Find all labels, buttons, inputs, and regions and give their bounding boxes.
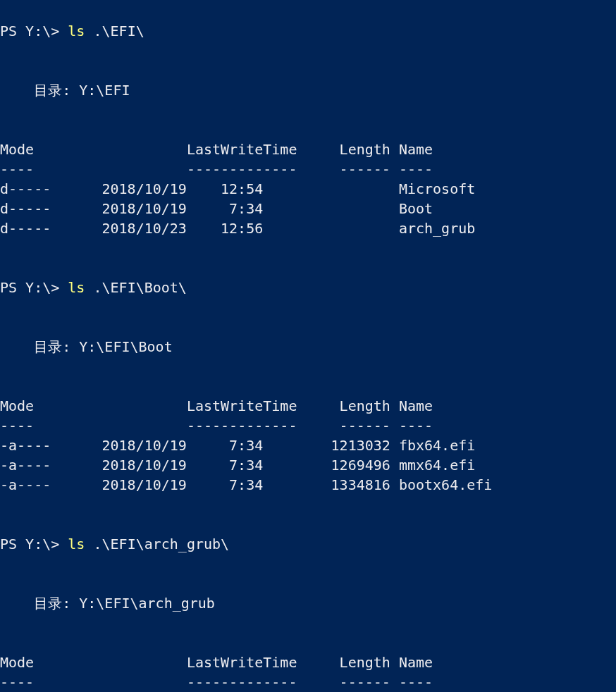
cell-date: 2018/10/19 <box>59 199 187 218</box>
directory-label: 目录: Y:\EFI\arch_grub <box>0 595 215 612</box>
rule-mode: ---- <box>0 672 59 692</box>
cell-name: arch_grub <box>399 218 475 238</box>
header-row: ModeLastWriteTimeLength Name <box>0 653 616 672</box>
header-length: Length <box>263 653 390 672</box>
prompt: PS Y:\> <box>0 279 68 296</box>
command-arg: .\EFI\arch_grub\ <box>85 536 229 552</box>
cell-date: 2018/10/19 <box>59 435 187 455</box>
rule-mode: ---- <box>0 159 59 179</box>
table-row: -a----2018/10/197:341334816 bootx64.efi <box>0 475 616 495</box>
rule-row: ----------------------- ---- <box>0 672 616 692</box>
header-lastwritetime: LastWriteTime <box>187 653 263 672</box>
command-arg: .\EFI\ <box>85 23 144 39</box>
cell-length: 1334816 <box>263 475 390 495</box>
rule-length: ------ <box>263 159 390 179</box>
cell-time: 7:34 <box>187 199 263 218</box>
cell-mode: d----- <box>0 179 59 199</box>
cell-time: 12:54 <box>187 179 263 199</box>
header-name: Name <box>399 140 433 159</box>
rule-row: ----------------------- ---- <box>0 416 616 435</box>
cell-length: 1269496 <box>263 455 390 475</box>
table-row: d-----2018/10/1912:54 Microsoft <box>0 179 616 199</box>
header-lastwritetime: LastWriteTime <box>187 396 263 416</box>
directory-line: 目录: Y:\EFI <box>0 80 616 100</box>
cell-name: Boot <box>399 199 433 218</box>
directory-line: 目录: Y:\EFI\Boot <box>0 337 616 357</box>
cell-time: 7:34 <box>187 435 263 455</box>
rule-name: ---- <box>399 416 433 435</box>
header-mode: Mode <box>0 653 59 672</box>
cell-length <box>263 179 390 199</box>
command-name: ls <box>68 536 85 552</box>
cell-mode: -a---- <box>0 475 59 495</box>
command-arg: .\EFI\Boot\ <box>85 279 187 296</box>
command-line: PS Y:\> ls .\EFI\ <box>0 21 616 41</box>
header-row: ModeLastWriteTimeLength Name <box>0 140 616 159</box>
header-length: Length <box>263 396 390 416</box>
cell-name: bootx64.efi <box>399 475 492 495</box>
cell-time: 7:34 <box>187 475 263 495</box>
rule-lastwritetime: ------------- <box>187 159 263 179</box>
table-row: -a----2018/10/197:341269496 mmx64.efi <box>0 455 616 475</box>
directory-label: 目录: Y:\EFI\Boot <box>0 338 173 355</box>
rule-mode: ---- <box>0 416 59 435</box>
rule-lastwritetime: ------------- <box>187 416 263 435</box>
header-row: ModeLastWriteTimeLength Name <box>0 396 616 416</box>
cell-date: 2018/10/19 <box>59 455 187 475</box>
cell-name: Microsoft <box>399 179 475 199</box>
command-line: PS Y:\> ls .\EFI\arch_grub\ <box>0 534 616 554</box>
header-name: Name <box>399 396 433 416</box>
rule-row: ----------------------- ---- <box>0 159 616 179</box>
cell-length <box>263 199 390 218</box>
cell-date: 2018/10/19 <box>59 179 187 199</box>
cell-mode: d----- <box>0 199 59 218</box>
command-name: ls <box>68 23 85 39</box>
command-line: PS Y:\> ls .\EFI\Boot\ <box>0 278 616 297</box>
header-name: Name <box>399 653 433 672</box>
cell-name: fbx64.efi <box>399 435 475 455</box>
directory-label: 目录: Y:\EFI <box>0 82 130 99</box>
header-length: Length <box>263 140 390 159</box>
cell-mode: -a---- <box>0 435 59 455</box>
prompt: PS Y:\> <box>0 23 68 39</box>
cell-length: 1213032 <box>263 435 390 455</box>
cell-length <box>263 218 390 238</box>
header-lastwritetime: LastWriteTime <box>187 140 263 159</box>
rule-length: ------ <box>263 672 390 692</box>
cell-date: 2018/10/19 <box>59 475 187 495</box>
table-row: -a----2018/10/197:341213032 fbx64.efi <box>0 435 616 455</box>
cell-time: 12:56 <box>187 218 263 238</box>
cell-date: 2018/10/23 <box>59 218 187 238</box>
prompt: PS Y:\> <box>0 536 68 552</box>
command-name: ls <box>68 279 85 296</box>
directory-line: 目录: Y:\EFI\arch_grub <box>0 593 616 613</box>
header-mode: Mode <box>0 396 59 416</box>
cell-name: mmx64.efi <box>399 455 475 475</box>
table-row: d-----2018/10/197:34 Boot <box>0 199 616 218</box>
rule-name: ---- <box>399 159 433 179</box>
rule-length: ------ <box>263 416 390 435</box>
cell-time: 7:34 <box>187 455 263 475</box>
rule-lastwritetime: ------------- <box>187 672 263 692</box>
table-row: d-----2018/10/2312:56 arch_grub <box>0 218 616 238</box>
rule-name: ---- <box>399 672 433 692</box>
cell-mode: d----- <box>0 218 59 238</box>
cell-mode: -a---- <box>0 455 59 475</box>
header-mode: Mode <box>0 140 59 159</box>
